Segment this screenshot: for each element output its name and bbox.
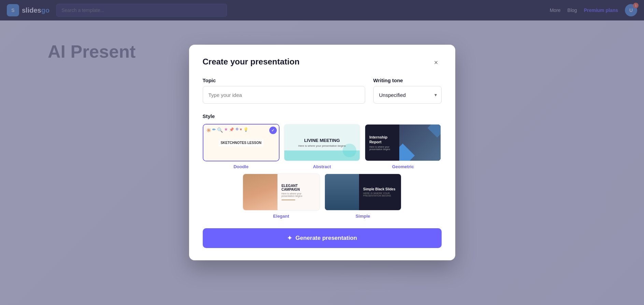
simple-thumb-title: Simple Black Slides <box>363 187 397 191</box>
style-abstract[interactable]: LIVINE MEETING Here is where your presen… <box>284 124 360 169</box>
elegant-thumb-title: ELEGANT CAMPAIGN <box>282 184 315 191</box>
doodle-thumbnail: ☀ ✏ 🔍 ★ 📌 ⚙ ♥ 💡 SKETCHNOTES LESSON ✓ <box>203 124 280 161</box>
writing-tone-group: Writing tone Unspecified Formal Casual P… <box>373 77 442 104</box>
generate-button[interactable]: ✦ Generate presentation <box>203 228 442 248</box>
style-grid-row2: ELEGANT CAMPAIGN Here is where your pres… <box>203 173 442 219</box>
elegant-thumb-sub: Here is where your presentation begins <box>282 192 315 197</box>
style-simple[interactable]: Simple Black Slides HERE IS WHERE YOUR P… <box>324 173 402 219</box>
close-button[interactable]: × <box>431 57 442 68</box>
style-elegant-label: Elegant <box>273 214 289 219</box>
style-abstract-label: Abstract <box>313 164 331 169</box>
form-row: Topic Writing tone Unspecified Formal Ca… <box>203 77 442 104</box>
style-geometric-label: Geometric <box>392 164 414 169</box>
style-section-label: Style <box>203 113 442 119</box>
style-doodle-label: Doodle <box>233 164 248 169</box>
elegant-thumbnail: ELEGANT CAMPAIGN Here is where your pres… <box>242 173 320 211</box>
geometric-thumb-title: Internship Report <box>369 135 395 145</box>
doodle-thumb-title: SKETCHNOTES LESSON <box>218 139 263 146</box>
topic-group: Topic <box>203 77 365 104</box>
abstract-thumbnail: LIVINE MEETING Here is where your presen… <box>284 124 360 161</box>
style-doodle[interactable]: ☀ ✏ 🔍 ★ 📌 ⚙ ♥ 💡 SKETCHNOTES LESSON ✓ <box>203 124 280 169</box>
topic-input[interactable] <box>203 86 365 104</box>
tone-label: Writing tone <box>373 77 442 83</box>
abstract-thumb-sub: Here is where your presentation begins <box>298 144 346 147</box>
simple-thumb-sub: HERE IS WHERE YOUR PRESENTATION BEGINS <box>363 192 397 197</box>
modal-header: Create your presentation × <box>203 57 442 68</box>
abstract-thumb-title: LIVINE MEETING <box>304 138 340 143</box>
wand-icon: ✦ <box>287 234 292 242</box>
modal-title: Create your presentation <box>203 57 300 67</box>
elegant-thumb-line <box>282 200 295 200</box>
style-geometric[interactable]: Internship Report Here is where your pre… <box>364 124 441 169</box>
style-grid-row1: ☀ ✏ 🔍 ★ 📌 ⚙ ♥ 💡 SKETCHNOTES LESSON ✓ <box>203 124 442 169</box>
style-simple-label: Simple <box>356 214 370 219</box>
create-presentation-modal: Create your presentation × Topic Writing… <box>189 45 455 260</box>
geometric-thumbnail: Internship Report Here is where your pre… <box>364 124 441 161</box>
geometric-thumb-sub: Here is where your presentation begins <box>369 146 395 150</box>
tone-select-wrapper: Unspecified Formal Casual Persuasive ▾ <box>373 86 442 104</box>
tone-select[interactable]: Unspecified Formal Casual Persuasive <box>373 86 442 104</box>
style-elegant[interactable]: ELEGANT CAMPAIGN Here is where your pres… <box>242 173 320 219</box>
style-section: Style ☀ ✏ 🔍 ★ 📌 ⚙ ♥ 💡 <box>203 113 442 219</box>
topic-label: Topic <box>203 77 365 83</box>
generate-label: Generate presentation <box>296 235 357 242</box>
simple-thumbnail: Simple Black Slides HERE IS WHERE YOUR P… <box>324 173 402 211</box>
